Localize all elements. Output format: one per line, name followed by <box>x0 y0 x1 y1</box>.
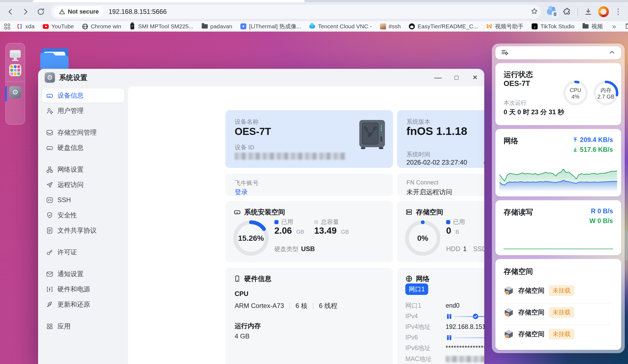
hardware-title: 硬件信息 <box>244 274 271 283</box>
ipv4-addr-label: IPv4地址 <box>405 323 446 331</box>
device-info-card: 设备名称 OES-7T 设备 ID <box>225 110 393 168</box>
cube-alert-icon <box>504 307 514 317</box>
login-link[interactable]: 登录 <box>235 188 248 196</box>
bookmark-easytier[interactable]: EasyTier/README_C... <box>409 23 478 30</box>
collapse-chevron-icon[interactable] <box>608 48 616 57</box>
bookmark-tiktok-studio[interactable]: ♪TikTok Studio <box>532 23 574 30</box>
status-title: 运行状态 <box>504 70 533 79</box>
pool-row[interactable]: 存储空间 未挂载 <box>504 303 613 322</box>
system-version: fnOS 1.1.18 <box>406 125 467 138</box>
status-badge: 未挂载 <box>549 285 574 296</box>
device-name: OES-7T <box>235 126 271 137</box>
extension-badge: 0 <box>552 11 558 18</box>
widget-settings-icon[interactable] <box>501 48 508 57</box>
cpu-threads: 6 线程 <box>319 301 337 310</box>
apps-grid-icon[interactable] <box>4 24 10 29</box>
profile-avatar[interactable] <box>596 5 611 19</box>
avatar <box>598 6 609 17</box>
browser-menu-icon[interactable]: ⋮ <box>612 8 625 16</box>
settings-window: ⚙ 系统设置 — □ ✕ 设备信息 用户管理 存储空间管理 硬盘信息 网络设置 … <box>38 69 484 364</box>
dock-settings-icon[interactable]: ⚙ <box>9 86 22 98</box>
bookmark-tencent-vnc[interactable]: Tencent Cloud VNC - <box>309 23 372 30</box>
nav-remote-access[interactable]: 远程访问 <box>42 178 124 192</box>
window-header: ⚙ 系统设置 <box>38 69 484 86</box>
dock-desktop-icon[interactable] <box>9 48 22 60</box>
nav-device-info[interactable]: 设备信息 <box>42 88 124 103</box>
nav-hardware-power[interactable]: 硬件和电源 <box>42 282 124 296</box>
disk-type: USB <box>301 245 315 253</box>
ipv4-topology <box>446 313 484 320</box>
bookmarks-overflow-icon[interactable]: » <box>612 22 616 31</box>
active-app-indicator <box>5 86 7 101</box>
port-value: end0 <box>446 302 459 309</box>
server-icon <box>446 313 453 320</box>
active-tab[interactable] <box>33 0 305 2</box>
back-button[interactable] <box>3 5 17 19</box>
svg-text:15.26%: 15.26% <box>238 234 264 242</box>
extension-icon[interactable]: 0 <box>544 5 559 19</box>
dock-apps-icon[interactable] <box>9 64 22 76</box>
uptime-label: 本次运行 <box>504 99 526 107</box>
bookmark-star-icon[interactable] <box>531 7 538 16</box>
extensions-puzzle-icon[interactable] <box>560 5 574 19</box>
total-label: 总容量 <box>321 218 339 226</box>
pool-row[interactable]: 存储空间 未挂载 <box>504 281 613 300</box>
bookmark-youtube[interactable]: YouTube <box>43 23 74 30</box>
forward-button[interactable] <box>19 5 33 19</box>
xda-icon <box>17 23 23 29</box>
bookmark-lithermal[interactable]: ✦[LiThermal] 热成像... <box>240 23 301 30</box>
bookmark-wechat-channels[interactable]: ꟽ视频号助手 <box>486 23 523 30</box>
settings-content: 设备名称 OES-7T 设备 ID <box>128 86 484 364</box>
nav-disk-info[interactable]: 硬盘信息 <box>42 141 124 155</box>
system-space-card: 系统安装空间 15.26% 已用 2.06GB 总容量 13.49GB 硬盘类型… <box>225 201 393 262</box>
nav-license[interactable]: 许可证 <box>42 245 124 259</box>
scrollbar-thumb[interactable] <box>625 230 627 261</box>
status-widget: 运行状态 OES-7T CPU 4% 内存 2.7 GB 本次运行 0 天 0 … <box>495 63 621 125</box>
files-app-icon[interactable] <box>40 46 69 71</box>
security-chip[interactable]: Not secure <box>54 6 104 17</box>
downloads-icon[interactable] <box>581 5 595 19</box>
globe-icon <box>82 23 88 29</box>
gear-icon: ⚙ <box>9 86 21 98</box>
reload-button[interactable] <box>34 5 48 19</box>
uptime-value: 0 天 0 时 23 分 31 秒 <box>504 108 564 116</box>
nav-file-sharing[interactable]: 文件共享协议 <box>42 223 124 237</box>
bookmark-chrome-win[interactable]: Chrome win <box>82 23 121 30</box>
nav-network-settings[interactable]: 网络设置 <box>42 162 124 177</box>
nav-update-restore[interactable]: 更新和还原 <box>42 297 124 311</box>
address-bar[interactable]: Not secure 192.168.8.151:5666 <box>51 5 541 19</box>
close-button[interactable]: ✕ <box>466 69 484 86</box>
maximize-button[interactable]: □ <box>447 69 466 86</box>
nav-storage-pool[interactable]: 存储空间管理 <box>42 125 124 140</box>
bookmark-padavan[interactable]: padavan <box>202 23 232 30</box>
used-label: 已用 <box>453 218 465 226</box>
bookmark-video-folder[interactable]: 视频 <box>583 23 603 30</box>
all-bookmarks-button[interactable]: All Bookmarks <box>626 20 628 33</box>
pools-title: 存储空间 <box>504 267 533 276</box>
nav-notifications[interactable]: 通知设置 <box>42 267 124 281</box>
pool-row[interactable]: 存储空间 未挂载 <box>504 325 613 343</box>
dock-divider <box>6 81 25 82</box>
nav-apps[interactable]: 应用 <box>42 319 124 333</box>
url-text[interactable]: 192.168.8.151:5666 <box>109 8 531 16</box>
nav-user-management[interactable]: 用户管理 <box>42 104 124 118</box>
nav-ssh[interactable]: SSH <box>42 193 124 207</box>
nav-security[interactable]: 安全性 <box>42 208 124 222</box>
warning-icon <box>59 8 65 15</box>
fn-account-card: 飞牛账号 登录 <box>225 174 393 196</box>
read-rate: R 0 B/s <box>591 207 613 215</box>
uptime-label: 本次运行时间 <box>484 150 484 159</box>
port-label: 网口1 <box>405 301 446 310</box>
minimize-button[interactable]: — <box>429 69 447 86</box>
port1-tab-button[interactable]: 网口1 <box>405 283 428 295</box>
used-label: 已用 <box>281 218 293 226</box>
memory-ring: 内存 2.7 GB <box>592 79 620 107</box>
fn-connect-label: FN Connect <box>406 179 438 186</box>
bookmark-xda[interactable]: xda <box>17 23 35 30</box>
svg-text:0%: 0% <box>417 234 428 242</box>
ram-label: 运行内存 <box>235 322 261 330</box>
svg-text:内存: 内存 <box>601 87 611 93</box>
bookmarks-bar: xda YouTube Chrome win SMI MPTool SM225.… <box>0 21 628 32</box>
bookmark-smi-mptool[interactable]: SMI MPTool SM225... <box>129 23 193 30</box>
bookmark-ssh[interactable]: #ssh <box>380 23 401 30</box>
